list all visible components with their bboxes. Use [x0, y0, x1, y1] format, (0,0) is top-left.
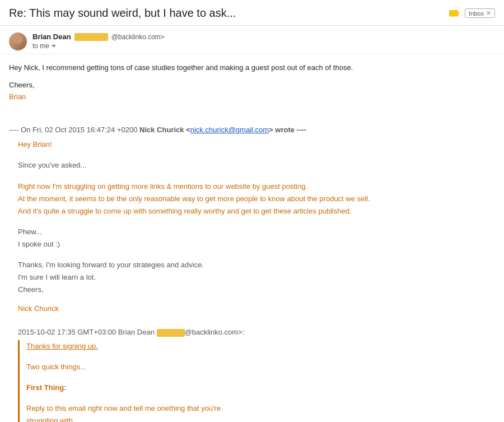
nick-phew: Phew... I spoke out :) [18, 226, 495, 251]
divider-text: ---- On Fri, 02 Oct 2015 16:47:24 +0200 … [9, 126, 190, 134]
sender-info: Brian Dean @backlinko.com> to me [32, 33, 495, 50]
sender-name-line: Brian Dean @backlinko.com> [32, 33, 495, 41]
divider-end: > wrote ---- [269, 126, 306, 134]
nested-first-thing: First Thing: [26, 382, 495, 394]
close-icon[interactable]: ✕ [486, 10, 491, 17]
brian-name: Brian [9, 91, 495, 103]
to-line: to me [32, 42, 495, 50]
sender-name: Brian Dean [32, 33, 71, 41]
inbox-label: Inbox [469, 10, 484, 17]
nested-email-domain: @backlinko.com>: [185, 328, 245, 336]
nick-email-link[interactable]: nick.churick@gmail.com [190, 126, 269, 134]
nick-hey-brian: Hey Brian! [18, 138, 495, 151]
nick-since: Since you've asked... [18, 159, 495, 171]
nick-struggling-lines: Right now I'm struggling on getting more… [18, 180, 495, 217]
avatar [9, 33, 27, 50]
sender-email-domain: @backlinko.com> [111, 33, 165, 41]
nested-quote-block-brian: Thanks for signing up. Two quick things.… [18, 340, 495, 422]
nested-email-redacted [157, 329, 185, 337]
nick-thanks: Thanks, I'm looking forward to your stra… [18, 259, 495, 296]
nested-header-text: 2015-10-02 17:35 GMT+03:00 Brian Dean [18, 328, 157, 336]
email-redacted [74, 33, 108, 41]
email-subject: Re: This may sound weird, but I have to … [9, 7, 440, 20]
label-icon[interactable] [449, 10, 459, 17]
nested-reply-email: Reply to this email right now and tell m… [26, 402, 495, 422]
inbox-badge: Inbox ✕ [465, 8, 495, 18]
to-label: to me [32, 42, 49, 50]
email-header: Re: This may sound weird, but I have to … [0, 0, 504, 26]
dropdown-arrow-icon[interactable] [52, 45, 56, 48]
sender-row: Brian Dean @backlinko.com> to me [0, 26, 504, 54]
quoted-block-nick: Hey Brian! Since you've asked... Right n… [9, 138, 495, 422]
reply-greeting: Hey Nick, I recommend getting tons of ca… [9, 63, 353, 72]
email-body: Hey Nick, I recommend getting tons of ca… [0, 54, 504, 422]
divider-quote: ---- On Fri, 02 Oct 2015 16:47:24 +0200 … [9, 126, 495, 134]
cheers-block: Cheers, Brian [9, 80, 495, 103]
nick-churick-name: Nick Churick [18, 304, 495, 313]
nested-quote-header: 2015-10-02 17:35 GMT+03:00 Brian Dean @b… [18, 328, 495, 337]
reply-paragraph: Hey Nick, I recommend getting tons of ca… [9, 62, 495, 74]
cheers-label: Cheers, [9, 80, 495, 91]
nested-two-quick: Two quick things... [26, 361, 495, 373]
nested-thanks-signup: Thanks for signing up. [26, 340, 495, 353]
thanks-signup-underline: Thanks for signing up. [26, 342, 98, 350]
